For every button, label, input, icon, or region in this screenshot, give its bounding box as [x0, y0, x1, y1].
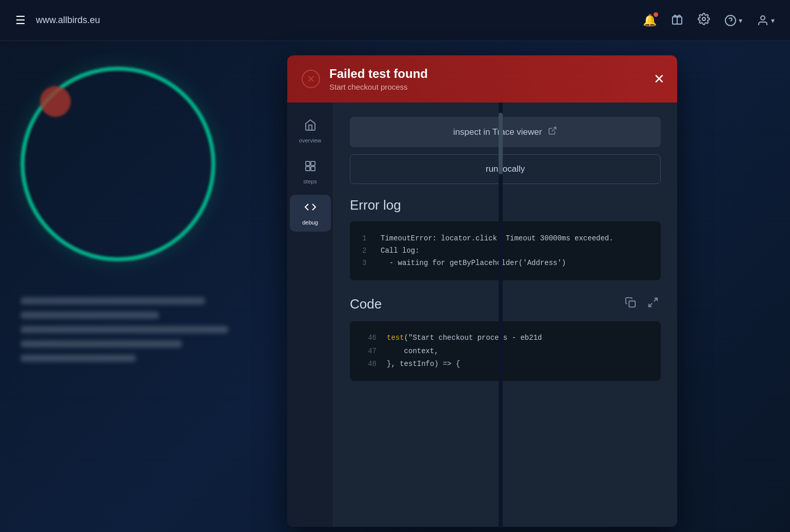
gift-icon[interactable]: [671, 13, 683, 28]
scrollbar-thumb[interactable]: [499, 113, 503, 174]
modal-header-text: Failed test found Start checkout process: [329, 67, 663, 91]
code-section-header: Code: [350, 295, 661, 313]
error-log-box: 1 TimeoutError: locator.click: Timeout 3…: [350, 221, 661, 280]
modal-header: ✕ Failed test found Start checkout proce…: [287, 55, 677, 103]
scrollbar-track[interactable]: [499, 103, 503, 528]
inspect-trace-button[interactable]: inspect in Trace viewer: [350, 117, 661, 147]
code-text-48: }, testInfo) => {: [387, 358, 460, 371]
debug-label: debug: [302, 219, 318, 226]
user-icon-group[interactable]: ▾: [757, 14, 775, 27]
svg-line-14: [649, 303, 652, 306]
steps-label: steps: [303, 178, 317, 185]
error-log-title: Error log: [350, 197, 661, 213]
inspect-label: inspect in Trace viewer: [453, 127, 542, 137]
sidebar-item-steps[interactable]: steps: [290, 154, 331, 191]
error-line-3: 3 - waiting for getByPlaceholder('Addres…: [362, 257, 648, 270]
error-line-num-1: 1: [362, 233, 372, 245]
code-line-47: 47 context,: [362, 345, 648, 358]
notification-dot: [654, 12, 658, 17]
help-icon-group[interactable]: ▾: [724, 14, 742, 27]
error-line-num-3: 3: [362, 257, 372, 270]
user-chevron-icon: ▾: [771, 16, 775, 25]
svg-rect-7: [306, 161, 310, 166]
error-line-2: 2 Call log:: [362, 245, 648, 257]
external-link-icon: [548, 126, 557, 138]
code-line-num-47: 47: [362, 345, 377, 358]
error-line-text-1: TimeoutError: locator.click: Timeout 300…: [381, 233, 614, 245]
run-locally-button[interactable]: run locally: [350, 154, 661, 184]
code-line-num-48: 48: [362, 358, 377, 371]
code-box: 46 test("Start checkout process - eb21d …: [350, 321, 661, 381]
expand-code-button[interactable]: [645, 295, 661, 313]
topbar-url: www.allbirds.eu: [36, 15, 100, 26]
svg-line-11: [552, 127, 556, 131]
error-line-text-2: Call log:: [381, 245, 420, 257]
steps-icon: [304, 160, 317, 175]
bg-circle: [21, 67, 215, 261]
topbar-left: ☰ www.allbirds.eu: [15, 14, 100, 27]
blurred-left-content: [21, 297, 251, 369]
svg-rect-12: [629, 301, 635, 308]
copy-code-button[interactable]: [623, 295, 638, 313]
modal-title: Failed test found: [329, 67, 663, 81]
code-line-46: 46 test("Start checkout process - eb21d: [362, 332, 648, 344]
code-section-title: Code: [350, 296, 382, 312]
code-actions: [623, 295, 661, 313]
svg-rect-10: [311, 167, 315, 171]
error-line-1: 1 TimeoutError: locator.click: Timeout 3…: [362, 233, 648, 245]
modal: ✕ Failed test found Start checkout proce…: [287, 55, 677, 527]
modal-main-content: inspect in Trace viewer run locally Erro…: [333, 103, 677, 527]
code-text-47: context,: [387, 345, 439, 358]
overview-label: overview: [299, 137, 321, 144]
debug-icon: [304, 201, 317, 216]
topbar: ☰ www.allbirds.eu 🔔: [0, 0, 790, 41]
error-line-num-2: 2: [362, 245, 372, 257]
modal-subtitle: Start checkout process: [329, 83, 663, 91]
modal-error-icon: ✕: [302, 70, 320, 88]
notification-icon[interactable]: 🔔: [643, 14, 657, 27]
settings-icon[interactable]: [698, 13, 710, 28]
svg-line-13: [654, 298, 657, 301]
run-locally-label: run locally: [486, 164, 525, 174]
code-text-46: test("Start checkout process - eb21d: [387, 332, 542, 344]
svg-rect-8: [311, 161, 315, 166]
hamburger-icon[interactable]: ☰: [15, 14, 26, 27]
modal-body: overview steps: [287, 103, 677, 527]
modal-sidebar: overview steps: [287, 103, 333, 527]
help-chevron-icon: ▾: [739, 16, 742, 25]
code-keyword-test: test: [387, 334, 404, 342]
error-line-text-3: - waiting for getByPlaceholder('Address'…: [381, 257, 566, 270]
overview-icon: [304, 119, 317, 134]
svg-point-3: [702, 17, 705, 21]
topbar-right: 🔔 ▾: [643, 13, 775, 28]
modal-close-button[interactable]: ✕: [654, 72, 665, 86]
sidebar-item-overview[interactable]: overview: [290, 113, 331, 150]
svg-point-6: [761, 16, 765, 20]
sidebar-item-debug[interactable]: debug: [290, 195, 331, 232]
bg-circle-container: [21, 67, 236, 282]
code-line-num-46: 46: [362, 332, 377, 344]
svg-rect-9: [306, 167, 310, 171]
code-line-48: 48 }, testInfo) => {: [362, 358, 648, 371]
